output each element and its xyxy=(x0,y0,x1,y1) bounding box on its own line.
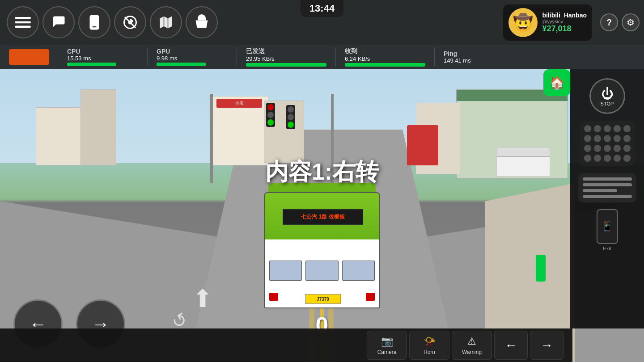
pole-left xyxy=(210,94,213,183)
toolbar-buttons xyxy=(0,6,503,38)
warning-button[interactable]: ⚠ Warning xyxy=(452,331,492,360)
shop-button[interactable] xyxy=(186,6,218,38)
green-indicator-bar xyxy=(536,255,546,282)
nav-instruction: 内容1:右转 xyxy=(265,156,379,188)
key-line xyxy=(583,177,632,181)
road-arrow-forward: ⬆ xyxy=(192,284,213,313)
nav-arrow-left-button[interactable]: ← xyxy=(494,331,528,360)
brake-light-right xyxy=(366,293,375,301)
warning-label: Warning xyxy=(462,349,482,355)
stat-sent-label: 已发送 xyxy=(246,47,326,55)
svg-rect-1 xyxy=(15,21,31,24)
nav-arrow-right-button[interactable]: → xyxy=(530,331,564,360)
svg-rect-0 xyxy=(15,17,31,19)
stat-gpu: GPU 9.98 ms xyxy=(148,48,237,66)
dot-grid-panel xyxy=(580,121,635,166)
dot xyxy=(584,125,591,132)
horn-icon: 📯 xyxy=(424,336,436,347)
dot xyxy=(594,145,601,152)
dot xyxy=(584,135,591,142)
stop-label: STOP xyxy=(601,101,614,106)
stat-gpu-bar xyxy=(157,63,206,66)
key-line xyxy=(583,189,617,192)
dot xyxy=(623,125,631,132)
svg-rect-2 xyxy=(15,26,31,28)
bottom-bar: 📷 Camera 📯 Horn ⚠ Warning ← → xyxy=(0,328,572,362)
camera-off-button[interactable] xyxy=(114,6,146,38)
bus-license-text: J7379 xyxy=(317,297,329,302)
stat-ping-value: 149.41 ms xyxy=(444,57,515,64)
help-button[interactable]: ? xyxy=(600,13,618,31)
bus-windows xyxy=(269,261,375,281)
stat-received-bar xyxy=(345,63,425,67)
vehicle-right xyxy=(496,147,550,177)
exit-button-area[interactable]: 📱 Exit xyxy=(597,209,618,251)
key-line xyxy=(583,183,632,186)
dot xyxy=(614,125,621,132)
arrow-left-icon: ← xyxy=(505,338,517,353)
dot xyxy=(604,155,611,162)
dot xyxy=(584,155,591,162)
traffic-light-green xyxy=(267,119,274,126)
svg-rect-4 xyxy=(93,26,97,27)
arrow-right-icon: → xyxy=(541,338,553,353)
traffic-light-red xyxy=(267,104,274,110)
brake-light-left xyxy=(269,293,278,301)
bus-destination-display: 七公汽 1路 佐餐板 xyxy=(283,209,363,225)
svg-rect-3 xyxy=(90,15,99,30)
stop-button[interactable]: ⏻ STOP xyxy=(589,78,625,114)
dot xyxy=(584,145,591,152)
svg-line-6 xyxy=(125,17,136,28)
dot xyxy=(604,145,611,152)
dot xyxy=(614,155,621,162)
stats-bar: CPU 15.53 ms GPU 9.98 ms 已发送 29.95 KB/s … xyxy=(0,45,644,69)
dot xyxy=(623,145,631,152)
user-handle: @yyysicv xyxy=(542,19,587,24)
stat-color-indicator xyxy=(9,49,49,65)
user-balance: ¥27,018 xyxy=(542,24,587,34)
menu-button[interactable] xyxy=(7,6,39,38)
user-profile-area: 🤠 bilibili_Hanbao @yyysicv ¥27,018 ? ⚙ xyxy=(503,4,640,41)
exit-label: Exit xyxy=(603,246,611,251)
dot xyxy=(594,125,601,132)
stat-received-label: 收到 xyxy=(345,47,425,55)
horn-button[interactable]: 📯 Horn xyxy=(409,331,449,360)
stat-ping: Ping 149.41 ms xyxy=(435,50,524,64)
dot xyxy=(623,135,631,142)
bus-display-text: 七公汽 1路 佐餐板 xyxy=(301,213,344,221)
stat-cpu-bar xyxy=(67,63,116,66)
traffic-light-yellow xyxy=(267,112,274,118)
camera-icon: 📷 xyxy=(381,336,393,347)
chat-button[interactable] xyxy=(42,6,75,38)
stat-sent-bar xyxy=(246,63,326,67)
right-panel: ⏻ STOP xyxy=(570,69,644,328)
settings-button[interactable]: ⚙ xyxy=(622,13,640,31)
stat-gpu-label: GPU xyxy=(157,48,228,55)
stat-sent-value: 29.95 KB/s xyxy=(246,55,326,62)
stat-received: 收到 6.24 KB/s xyxy=(336,47,435,67)
camera-button[interactable]: 📷 Camera xyxy=(367,331,407,360)
dot-grid xyxy=(584,125,631,162)
map-button[interactable] xyxy=(150,6,182,38)
username: bilibili_Hanbao xyxy=(542,12,587,19)
building-left-2 xyxy=(80,89,116,165)
bus-license-plate: J7379 xyxy=(305,294,341,304)
dot xyxy=(604,135,611,142)
key-line xyxy=(583,195,632,198)
keyboard-lines-panel xyxy=(578,173,636,202)
time-display: 13:44 xyxy=(301,0,343,17)
stat-cpu-label: CPU xyxy=(67,48,138,55)
dot xyxy=(604,125,611,132)
avatar: 🤠 xyxy=(508,8,538,37)
bus-stop-shelter xyxy=(407,125,438,165)
dot xyxy=(614,145,621,152)
exit-phone-icon: 📱 xyxy=(597,209,618,244)
user-info: bilibili_Hanbao @yyysicv ¥27,018 xyxy=(542,12,587,34)
traffic-light xyxy=(266,103,275,127)
warning-icon: ⚠ xyxy=(467,336,476,347)
phone-button[interactable] xyxy=(78,6,110,38)
home-button[interactable]: 🏠 xyxy=(543,69,570,96)
dot xyxy=(614,135,621,142)
stat-cpu: CPU 15.53 ms xyxy=(58,48,148,66)
horn-label: Horn xyxy=(424,349,435,355)
